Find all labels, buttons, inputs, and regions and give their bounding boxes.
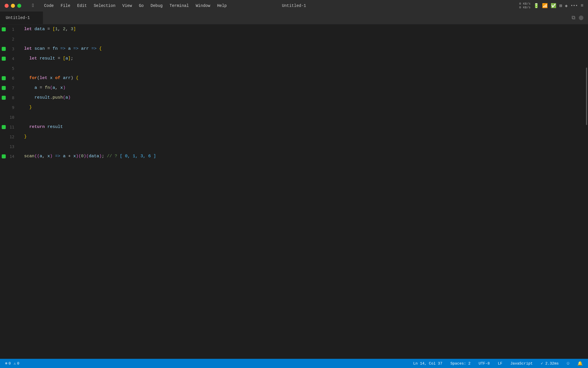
titlebar-left:  Code File Edit Selection View Go Debug… bbox=[5, 2, 230, 9]
breakpoint-14[interactable] bbox=[2, 154, 6, 158]
menu-debug[interactable]: Debug bbox=[148, 3, 165, 9]
menu-terminal[interactable]: Terminal bbox=[167, 3, 192, 9]
code-editor[interactable]: let data = [1, 2, 3] let scan = fn => a … bbox=[17, 24, 584, 359]
breakpoint-3[interactable] bbox=[2, 47, 6, 51]
menu-go[interactable]: Go bbox=[136, 3, 147, 9]
feedback-icon[interactable]: ☺ bbox=[566, 361, 570, 367]
gutter-line-12: 12 bbox=[0, 132, 17, 142]
gutter-line-8: 8 bbox=[0, 93, 17, 103]
error-icon: ⊗ bbox=[5, 361, 7, 366]
gutter-line-7: 7 bbox=[0, 83, 17, 93]
timing: ✓ 2.32ms bbox=[540, 361, 560, 366]
language-mode[interactable]: JavaScript bbox=[509, 361, 534, 366]
breakpoint-8[interactable] bbox=[2, 96, 6, 100]
titlebar:  Code File Edit Selection View Go Debug… bbox=[0, 0, 588, 12]
menu-window[interactable]: Window bbox=[193, 3, 213, 9]
menu-edit[interactable]: Edit bbox=[74, 3, 90, 9]
breakpoint-6[interactable] bbox=[2, 76, 6, 80]
titlebar-right: 0 KB/s0 KB/s 🔋 📶 ✅ ⊞ ◈ ••• ≡ bbox=[519, 2, 583, 9]
breakpoint-4[interactable] bbox=[2, 57, 6, 61]
gutter-line-11: 11 bbox=[0, 122, 17, 132]
code-line-3: let scan = fn => a => arr => { bbox=[17, 44, 584, 54]
gutter-line-14: 14 bbox=[0, 152, 17, 161]
code-line-4: let result = [a]; bbox=[17, 54, 584, 64]
scrollbar-thumb[interactable] bbox=[586, 68, 587, 125]
indentation[interactable]: Spaces: 2 bbox=[449, 361, 472, 366]
gutter-line-13: 13 bbox=[0, 142, 17, 152]
statusbar: ⊗ 0 ⚠ 0 Ln 14, Col 37 Spaces: 2 UTF-8 LF… bbox=[0, 359, 588, 368]
code-line-13 bbox=[17, 142, 584, 152]
gutter-line-2: 2 bbox=[0, 34, 17, 44]
error-count[interactable]: ⊗ 0 ⚠ 0 bbox=[4, 361, 20, 366]
status-icons: 0 KB/s0 KB/s 🔋 📶 ✅ ⊞ ◈ ••• ≡ bbox=[519, 2, 583, 9]
gutter-line-3: 3 bbox=[0, 44, 17, 54]
menu-file[interactable]: File bbox=[58, 3, 73, 9]
network-up: 0 KB/s0 KB/s bbox=[519, 2, 531, 9]
close-button[interactable] bbox=[5, 4, 9, 8]
more-actions-icon[interactable] bbox=[579, 16, 583, 20]
list-icon: ≡ bbox=[581, 3, 583, 8]
code-line-6: for(let x of arr) { bbox=[17, 73, 584, 83]
minimize-button[interactable] bbox=[11, 4, 15, 8]
battery-icon: 🔋 bbox=[533, 3, 539, 9]
code-line-7: a = fn(a, x) bbox=[17, 83, 584, 93]
maximize-button[interactable] bbox=[17, 4, 21, 8]
code-line-12: } bbox=[17, 132, 584, 142]
gutter-line-10: 10 bbox=[0, 112, 17, 122]
statusbar-left: ⊗ 0 ⚠ 0 bbox=[4, 361, 20, 366]
window-title: Untitled-1 bbox=[282, 3, 306, 8]
split-editor-icon[interactable]: ⧉ bbox=[572, 15, 575, 21]
code-line-14: scan((a, x) => a + x)(0)(data); // ? [ 0… bbox=[17, 152, 584, 161]
gutter-line-5: 5 bbox=[0, 64, 17, 73]
code-line-5 bbox=[17, 64, 584, 73]
wifi-icon: 📶 bbox=[542, 3, 548, 9]
menu-view[interactable]: View bbox=[119, 3, 135, 9]
scrollbar[interactable] bbox=[584, 24, 588, 359]
gutter-line-4: 4 bbox=[0, 54, 17, 64]
code-line-10 bbox=[17, 112, 584, 122]
cursor-position[interactable]: Ln 14, Col 37 bbox=[412, 361, 443, 366]
breakpoint-1[interactable] bbox=[2, 27, 6, 31]
control-center-icon: ⊞ bbox=[559, 3, 562, 9]
notification-icon[interactable]: 🔔 bbox=[576, 360, 584, 367]
breakpoint-11[interactable] bbox=[2, 125, 6, 129]
code-line-1: let data = [1, 2, 3] bbox=[17, 24, 584, 34]
code-line-11: return result bbox=[17, 122, 584, 132]
breakpoint-7[interactable] bbox=[2, 86, 6, 90]
tabbar: Untitled-1 ⧉ bbox=[0, 12, 588, 24]
menu-selection[interactable]: Selection bbox=[91, 3, 118, 9]
check-icon: ✅ bbox=[551, 3, 556, 9]
code-line-2 bbox=[17, 34, 584, 44]
apple-menu[interactable]:  bbox=[29, 2, 38, 9]
menu-bar:  Code File Edit Selection View Go Debug… bbox=[29, 2, 230, 9]
line-gutter: 1 2 3 4 5 6 7 8 bbox=[0, 24, 17, 359]
file-encoding[interactable]: UTF-8 bbox=[477, 361, 491, 366]
code-line-9: } bbox=[17, 103, 584, 112]
menu-extras-icon: ••• bbox=[570, 3, 578, 8]
menu-help[interactable]: Help bbox=[214, 3, 230, 9]
code-line-8: result.push(a) bbox=[17, 93, 584, 103]
statusbar-right: Ln 14, Col 37 Spaces: 2 UTF-8 LF JavaScr… bbox=[412, 360, 584, 367]
line-endings[interactable]: LF bbox=[497, 361, 504, 366]
editor-container: 1 2 3 4 5 6 7 8 bbox=[0, 24, 588, 359]
gutter-line-6: 6 bbox=[0, 73, 17, 83]
gutter-line-1: 1 bbox=[0, 24, 17, 34]
tab-label: Untitled-1 bbox=[6, 16, 30, 20]
warning-icon: ⚠ bbox=[14, 361, 16, 366]
siri-icon: ◈ bbox=[565, 3, 568, 9]
tab-actions: ⧉ bbox=[572, 12, 588, 24]
gutter-line-9: 9 bbox=[0, 103, 17, 112]
editor-tab[interactable]: Untitled-1 bbox=[0, 12, 43, 24]
menu-code[interactable]: Code bbox=[41, 3, 57, 9]
traffic-lights bbox=[5, 4, 21, 8]
